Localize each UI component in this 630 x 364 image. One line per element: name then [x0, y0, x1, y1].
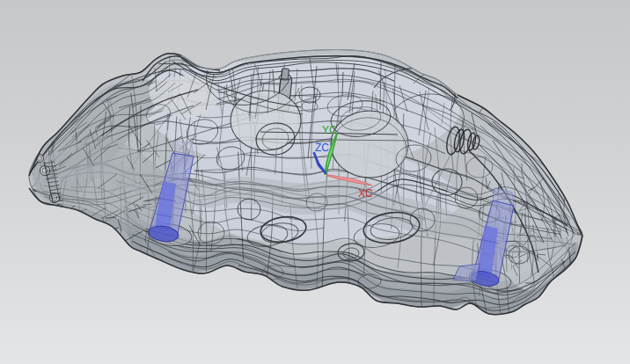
- svg-text:YC: YC: [322, 124, 337, 136]
- svg-text:ZC: ZC: [315, 142, 329, 154]
- svg-text:XC: XC: [358, 187, 373, 200]
